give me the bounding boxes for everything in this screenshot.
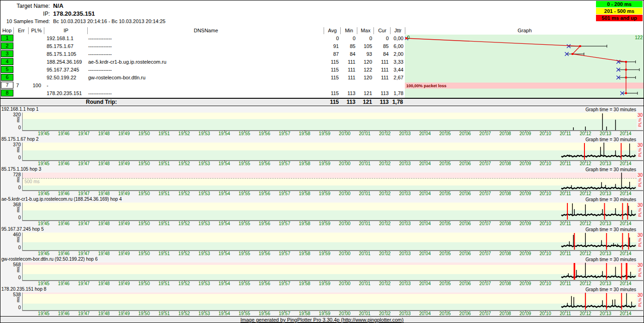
table-row[interactable]: 77100- bbox=[0, 82, 405, 90]
x-axis-tick-label: 19:57 bbox=[277, 251, 292, 256]
x-axis-tick-label: 19:45 bbox=[36, 191, 52, 196]
x-axis-tick-label: 19:53 bbox=[196, 311, 212, 316]
table-row[interactable]: 285.175.1.67--------------9185105856,00 bbox=[0, 42, 405, 50]
table-row[interactable]: 4188.254.36.169ae-5.krdr-cr1-b.ug.ip.ros… bbox=[0, 58, 405, 66]
cell-dns: -------------- bbox=[87, 42, 325, 50]
x-axis-tick-label: 20:06 bbox=[457, 191, 473, 196]
table-row[interactable]: 595.167.37.245--------------115111122111… bbox=[0, 66, 405, 74]
x-axis-tick-label: 20:12 bbox=[578, 131, 593, 136]
x-axis-tick-label: 20:01 bbox=[357, 191, 373, 196]
y-axis-zero-label: 0 bbox=[0, 155, 21, 160]
hop-table-body: 1192.168.1.1--------------00000,00285.17… bbox=[0, 35, 405, 98]
cell-jttr: 2,00 bbox=[390, 50, 405, 58]
column-header-dnsname[interactable]: DNSName bbox=[87, 27, 324, 34]
table-row[interactable]: 8178.20.235.151--------------11511312111… bbox=[0, 90, 405, 97]
cell-avg: 87 bbox=[324, 50, 340, 58]
x-axis-tick-label: 19:56 bbox=[257, 131, 272, 136]
x-axis-tick-label: 19:56 bbox=[257, 161, 272, 166]
x-axis-tick-label: 19:57 bbox=[277, 131, 292, 136]
column-header-pl%[interactable]: PL% bbox=[28, 27, 44, 34]
ms-axis-label: ms bbox=[16, 207, 20, 213]
x-axis-tick-label: 19:46 bbox=[56, 161, 72, 166]
column-header-cur[interactable]: Cur bbox=[373, 27, 391, 34]
cell-cur: 111 bbox=[373, 66, 390, 74]
cell-cur bbox=[373, 82, 390, 90]
table-row[interactable]: 385.175.1.105--------------878493842,00 bbox=[0, 50, 405, 58]
x-axis-tick-label: 20:10 bbox=[537, 251, 553, 256]
x-axis-tick-label: 20:06 bbox=[457, 311, 473, 316]
cell-max: 120 bbox=[357, 58, 373, 66]
column-header-ip[interactable]: IP bbox=[44, 27, 88, 34]
x-axis-tick-label: 19:58 bbox=[297, 311, 313, 316]
cell-avg: 115 bbox=[324, 74, 340, 82]
table-row[interactable]: 692.50.199.22gw-rostelecom-bor.dtln.ru11… bbox=[0, 74, 405, 82]
pl-axis-label: PL% bbox=[638, 298, 642, 308]
x-axis-tick-label: 20:04 bbox=[417, 281, 433, 286]
x-axis-tick-label: 20:01 bbox=[357, 281, 373, 286]
pl-axis-label: PL% bbox=[638, 208, 642, 218]
cell-hop: 5 bbox=[0, 66, 13, 74]
cell-hop: 8 bbox=[0, 90, 13, 97]
timeline-data bbox=[23, 263, 637, 280]
table-row[interactable]: 1192.168.1.1--------------00000,00 bbox=[0, 35, 405, 42]
column-header-err[interactable]: Err bbox=[13, 27, 29, 34]
cell-min: 84 bbox=[340, 50, 357, 58]
x-axis-tick-label: 19:55 bbox=[236, 131, 252, 136]
x-axis-tick-label: 19:59 bbox=[317, 251, 332, 256]
column-header-hop[interactable]: Hop bbox=[0, 27, 13, 34]
hop-table-header: HopErrPL%IPDNSNameAvgMinMaxCurJttrGraph bbox=[0, 27, 644, 35]
cell-max: 0 bbox=[357, 35, 373, 42]
x-axis-tick-label: 19:51 bbox=[156, 131, 172, 136]
cell-max: 120 bbox=[357, 74, 373, 82]
cell-dns bbox=[87, 82, 325, 90]
hop-number-badge: 5 bbox=[1, 66, 13, 73]
target-name-label: Target Name: bbox=[0, 3, 50, 9]
x-axis-tick-label: 20:02 bbox=[377, 311, 393, 316]
x-axis-tick-label: 20:05 bbox=[437, 131, 453, 136]
x-axis-tick-label: 19:47 bbox=[76, 311, 92, 316]
column-header-graph[interactable]: Graph bbox=[405, 27, 644, 34]
pl-axis-label: PL% bbox=[638, 268, 642, 278]
x-axis-tick-label: 20:13 bbox=[598, 161, 614, 166]
column-header-avg[interactable]: Avg bbox=[324, 27, 341, 34]
timeline-data bbox=[23, 203, 637, 220]
x-axis-tick-label: 19:46 bbox=[56, 131, 72, 136]
x-axis-tick-label: 19:51 bbox=[156, 191, 172, 196]
x-axis-tick-label: 20:03 bbox=[397, 191, 413, 196]
x-axis-tick-label: 20:09 bbox=[518, 191, 533, 196]
x-axis-tick-label: 19:48 bbox=[96, 161, 112, 166]
x-axis-tick-label: 20:09 bbox=[518, 251, 533, 256]
cell-hop: 3 bbox=[0, 50, 13, 58]
x-axis-tick-label: 19:45 bbox=[36, 221, 52, 226]
ms-axis-label: ms bbox=[16, 267, 20, 273]
samples-timed-label: 10 Samples Timed: bbox=[0, 18, 50, 24]
x-axis-tick-label: 19:57 bbox=[277, 191, 292, 196]
cell-cur: 85 bbox=[373, 42, 390, 50]
x-axis-tick-label: 19:48 bbox=[96, 131, 112, 136]
cell-ip: 92.50.199.22 bbox=[44, 74, 90, 82]
cell-avg: 0 bbox=[324, 35, 340, 42]
cell-dns: -------------- bbox=[87, 50, 325, 58]
cell-min: 85 bbox=[340, 42, 357, 50]
x-axis-tick-label: 19:50 bbox=[136, 221, 152, 226]
hop-number-badge: 1 bbox=[1, 35, 13, 42]
cell-pl bbox=[28, 90, 44, 97]
svg-text:122: 122 bbox=[635, 35, 643, 40]
x-axis-tick-label: 19:47 bbox=[76, 251, 92, 256]
x-axis-tick-label: 19:56 bbox=[257, 281, 272, 286]
column-header-jttr[interactable]: Jttr bbox=[390, 27, 405, 34]
column-header-max[interactable]: Max bbox=[357, 27, 374, 34]
x-axis-tick-label: 20:14 bbox=[618, 191, 633, 196]
cell-ip: 95.167.37.245 bbox=[44, 66, 90, 74]
x-axis-tick-label: 20:01 bbox=[357, 161, 373, 166]
x-axis-tick-label: 19:55 bbox=[236, 221, 252, 226]
cell-cur: 113 bbox=[373, 90, 390, 97]
round-trip-jttr: 1,78 bbox=[384, 99, 403, 106]
column-header-min[interactable]: Min bbox=[340, 27, 357, 34]
x-axis-tick-label: 20:03 bbox=[397, 221, 413, 226]
x-axis-tick-label: 20:12 bbox=[578, 281, 593, 286]
timeline-hop-label: 192.168.1.1 hop 1 bbox=[1, 107, 39, 112]
svg-text:0: 0 bbox=[407, 35, 410, 40]
x-axis-tick-label: 20:00 bbox=[337, 251, 353, 256]
x-axis-tick-label: 20:11 bbox=[558, 191, 573, 196]
